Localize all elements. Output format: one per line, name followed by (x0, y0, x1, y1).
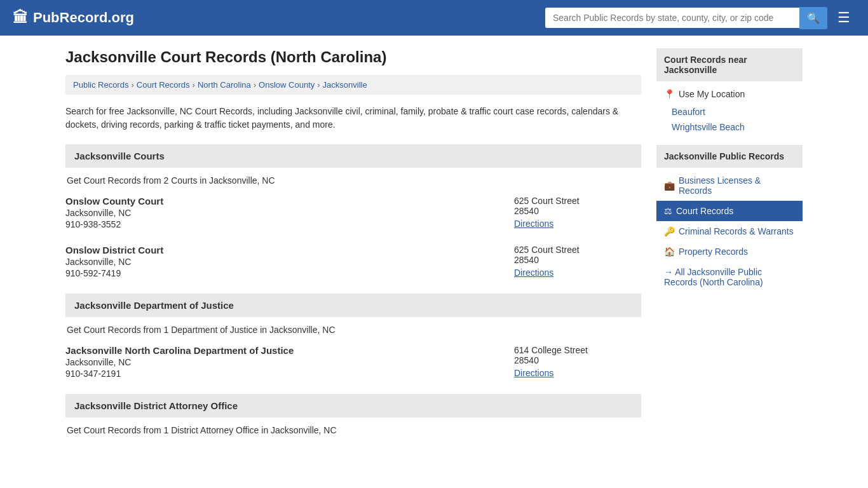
court-name-onslow-county: Onslow County Court (65, 196, 163, 207)
scale-icon: ⚖ (664, 206, 672, 216)
site-logo[interactable]: 🏛 PubRecord.org (13, 9, 134, 27)
search-bar: 🔍 (545, 7, 827, 29)
search-icon: 🔍 (807, 13, 820, 24)
sidebar-use-my-location[interactable]: 📍 Use My Location (656, 84, 803, 104)
court-entry-onslow-district: Onslow District Court Jacksonville, NC 9… (65, 245, 641, 278)
da-section-desc: Get Court Records from 1 District Attorn… (65, 425, 641, 435)
briefcase-icon: 💼 (664, 180, 675, 191)
breadcrumb-jacksonville[interactable]: Jacksonville (323, 80, 367, 90)
header: 🏛 PubRecord.org 🔍 ☰ (0, 0, 868, 36)
sidebar-business-link[interactable]: Business Licenses & Records (679, 175, 795, 196)
sidebar-nearby-title: Court Records nearJacksonville (656, 48, 803, 81)
da-section-header: Jacksonville District Attorney Office (65, 394, 641, 417)
court-address-onslow-district: 625 Court Street (514, 245, 641, 255)
menu-button[interactable]: ☰ (832, 7, 855, 29)
main-container: Jacksonville Court Records (North Caroli… (53, 36, 815, 458)
court-name-nc-doj: Jacksonville North Carolina Department o… (65, 345, 294, 356)
sidebar-nearby-beaufort[interactable]: Beaufort (664, 104, 713, 119)
page-title: Jacksonville Court Records (North Caroli… (65, 48, 641, 66)
court-city-onslow-county: Jacksonville, NC (65, 208, 163, 218)
breadcrumb-sep-2: › (193, 80, 195, 90)
court-address-nc-doj: 614 College Street (514, 345, 641, 355)
house-icon: 🏠 (664, 247, 675, 257)
arrow-icon: → (664, 267, 673, 277)
directions-link-onslow-county[interactable]: Directions (514, 219, 553, 229)
court-entry-nc-doj: Jacksonville North Carolina Department o… (65, 345, 641, 379)
sidebar-all-records-link[interactable]: → All Jacksonville Public Records (North… (664, 267, 763, 287)
main-content: Jacksonville Court Records (North Caroli… (65, 48, 641, 445)
breadcrumb-north-carolina[interactable]: North Carolina (198, 80, 251, 90)
search-button[interactable]: 🔍 (799, 7, 827, 29)
sidebar-item-court[interactable]: ⚖ Court Records (656, 201, 803, 221)
directions-link-nc-doj[interactable]: Directions (514, 368, 553, 378)
sidebar: Court Records nearJacksonville 📍 Use My … (656, 48, 803, 445)
breadcrumb-court-records[interactable]: Court Records (137, 80, 190, 90)
sidebar-nearby-items: 📍 Use My Location Beaufort Wrightsville … (656, 84, 803, 135)
search-input[interactable] (545, 8, 799, 28)
sidebar-public-records-title: Jacksonville Public Records (656, 145, 803, 168)
sidebar-nearby-wrightsville[interactable]: Wrightsville Beach (664, 119, 752, 135)
sidebar-item-criminal[interactable]: 🔑 Criminal Records & Warrants (656, 221, 803, 241)
sidebar-item-business[interactable]: 💼 Business Licenses & Records (656, 170, 803, 201)
court-city-nc-doj: Jacksonville, NC (65, 357, 294, 367)
key-icon: 🔑 (664, 226, 675, 236)
court-zip-nc-doj: 28540 (514, 355, 641, 365)
sidebar-public-records-items: 💼 Business Licenses & Records ⚖ Court Re… (656, 170, 803, 292)
sidebar-property-link[interactable]: Property Records (679, 247, 748, 257)
sidebar-criminal-link[interactable]: Criminal Records & Warrants (679, 226, 794, 236)
sidebar-item-property[interactable]: 🏠 Property Records (656, 241, 803, 262)
doj-section-desc: Get Court Records from 1 Department of J… (65, 325, 641, 335)
page-description: Search for free Jacksonville, NC Court R… (65, 105, 641, 132)
court-zip-onslow-county: 28540 (514, 206, 641, 216)
header-right: 🔍 ☰ (545, 7, 855, 29)
court-phone-onslow-district: 910-592-7419 (65, 268, 163, 278)
court-city-onslow-district: Jacksonville, NC (65, 257, 163, 267)
logo-text: PubRecord.org (33, 10, 134, 26)
courts-section-header: Jacksonville Courts (65, 144, 641, 168)
court-phone-onslow-county: 910-938-3552 (65, 219, 163, 229)
court-zip-onslow-district: 28540 (514, 255, 641, 265)
logo-icon: 🏛 (13, 9, 28, 27)
breadcrumb-public-records[interactable]: Public Records (73, 80, 128, 90)
breadcrumb-onslow-county[interactable]: Onslow County (259, 80, 315, 90)
menu-icon: ☰ (837, 10, 850, 25)
breadcrumb-sep-4: › (317, 80, 320, 90)
court-name-onslow-district: Onslow District Court (65, 245, 163, 255)
court-phone-nc-doj: 910-347-2191 (65, 369, 294, 379)
breadcrumb-sep-1: › (131, 80, 133, 90)
doj-section-header: Jacksonville Department of Justice (65, 294, 641, 317)
court-entry-onslow-county: Onslow County Court Jacksonville, NC 910… (65, 196, 641, 229)
courts-section-desc: Get Court Records from 2 Courts in Jacks… (65, 175, 641, 186)
use-my-location-label: Use My Location (679, 89, 745, 99)
sidebar-court-label: Court Records (676, 206, 733, 216)
directions-link-onslow-district[interactable]: Directions (514, 268, 553, 278)
location-pin-icon: 📍 (664, 89, 675, 99)
breadcrumb: Public Records › Court Records › North C… (65, 75, 641, 95)
breadcrumb-sep-3: › (254, 80, 256, 90)
sidebar-all-records-label: All Jacksonville Public Records (North C… (664, 267, 763, 287)
court-address-onslow-county: 625 Court Street (514, 196, 641, 206)
